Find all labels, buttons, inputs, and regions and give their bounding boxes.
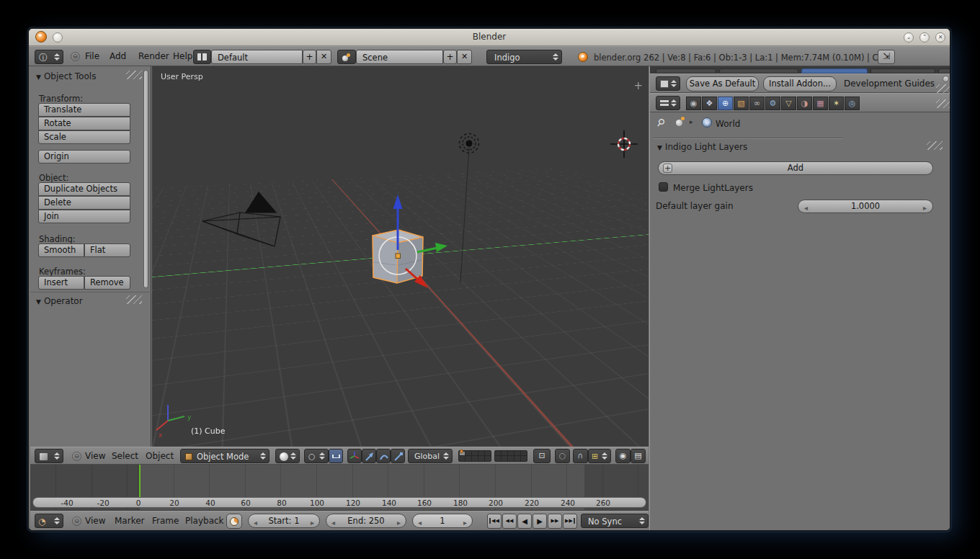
translate-button[interactable]: Translate	[38, 103, 130, 117]
menu-marker[interactable]: Marker	[115, 516, 144, 526]
close-button[interactable]: ✕	[935, 32, 945, 43]
corner-grip[interactable]	[936, 84, 951, 93]
snap-toggle-button[interactable]: ∩	[573, 449, 588, 463]
render-opengl-button[interactable]: ◉	[615, 449, 631, 463]
lamp-object[interactable]	[460, 134, 479, 283]
editor-type-selector[interactable]: ◔	[35, 514, 63, 528]
add-scene-button[interactable]: +	[443, 50, 457, 64]
panel-drag-grip[interactable]	[927, 141, 943, 150]
tab-render[interactable]: ◉	[686, 97, 701, 110]
tab-particles[interactable]: ✶	[829, 97, 844, 110]
rotate-button[interactable]: Rotate	[38, 117, 130, 130]
maximize-editor-button[interactable]: ⇲	[878, 50, 895, 64]
tab-physics[interactable]: ◎	[845, 97, 860, 110]
delete-scene-button[interactable]: ✕	[457, 50, 472, 64]
menu-frame[interactable]: Frame	[152, 516, 179, 526]
current-frame-indicator[interactable]	[139, 465, 141, 498]
add-light-layer-button[interactable]: + Add	[658, 161, 933, 175]
preferences-tab-strip[interactable]	[650, 66, 951, 73]
shade-smooth-button[interactable]: Smooth	[38, 243, 84, 257]
duplicate-objects-button[interactable]: Duplicate Objects	[38, 182, 130, 196]
tool-shelf-scrollbar[interactable]	[143, 70, 148, 288]
panel-drag-grip[interactable]	[126, 295, 142, 304]
open-properties-region-button[interactable]: +	[633, 79, 643, 92]
join-button[interactable]: Join	[38, 210, 130, 223]
tab-object-data[interactable]: ▽	[781, 97, 796, 110]
increment-icon[interactable]: ▸	[311, 516, 314, 529]
collapse-menus-icon[interactable]: ⊖	[72, 452, 81, 461]
rotate-manipulator-button[interactable]	[376, 449, 391, 463]
menu-playback[interactable]: Playback	[185, 516, 224, 526]
jump-to-end-button[interactable]: ▶▶	[563, 514, 577, 529]
menu-add[interactable]: Add	[110, 51, 126, 61]
pivot-dropdown[interactable]: ○	[304, 449, 329, 463]
corner-grip[interactable]	[936, 99, 951, 108]
merge-lightlayers-checkbox[interactable]	[659, 182, 668, 192]
increment-icon[interactable]: ▸	[397, 516, 401, 529]
collapse-menus-icon[interactable]: ⊖	[71, 52, 80, 61]
render-engine-dropdown[interactable]: Indigo	[486, 50, 562, 64]
screen-name-field[interactable]: Default	[211, 50, 303, 64]
current-frame-field[interactable]: ◂ 1 ▸	[412, 514, 473, 528]
frame-end-field[interactable]: ◂ End: 250 ▸	[326, 514, 406, 528]
scene-icon-button[interactable]	[337, 50, 356, 64]
menu-view[interactable]: View	[85, 451, 105, 461]
axis-manipulator-button[interactable]	[347, 449, 362, 463]
shade-flat-button[interactable]: Flat	[84, 243, 130, 257]
next-keyframe-button[interactable]: ▶▶	[548, 514, 562, 529]
tab-world[interactable]: ⊕	[718, 97, 733, 110]
default-layer-gain-field[interactable]: ◂ 1.0000 ▸	[798, 200, 933, 213]
menu-file[interactable]: File	[85, 51, 99, 61]
play-button[interactable]: ▶	[533, 514, 547, 529]
collapse-menus-icon[interactable]: ⊖	[72, 516, 81, 526]
tab-constraints[interactable]: ∞	[749, 97, 765, 110]
prev-keyframe-button[interactable]: ◀◀	[502, 514, 517, 529]
sync-dropdown[interactable]: No Sync	[581, 514, 649, 528]
jump-to-start-button[interactable]: ◀◀	[487, 514, 502, 529]
editor-type-selector[interactable]: ⓘ	[35, 50, 63, 64]
manipulator-toggle[interactable]	[329, 449, 343, 463]
render-opengl-anim-button[interactable]: ▤	[631, 449, 646, 463]
install-addon-button[interactable]: Install Addon...	[763, 76, 837, 91]
decrement-icon[interactable]: ◂	[254, 516, 257, 529]
object-tools-panel-header[interactable]: ▼Object Tools	[36, 71, 96, 81]
indigo-light-layers-header[interactable]: ▼Indigo Light Layers	[657, 142, 747, 152]
tab-texture[interactable]: ▦	[813, 97, 828, 110]
snap-element-dropdown[interactable]: ⊞	[588, 449, 611, 463]
frame-start-field[interactable]: ◂ Start: 1 ▸	[248, 514, 320, 528]
scene-balls-icon[interactable]	[676, 120, 682, 126]
timeline-scrollbar[interactable]: -40 -20 0 20 40 60 80 100 120 140 160 18…	[32, 497, 646, 508]
play-reverse-button[interactable]: ◀	[517, 514, 532, 529]
translate-manipulator-button[interactable]	[362, 449, 376, 463]
increment-icon[interactable]: ▸	[463, 516, 467, 529]
maximize-button[interactable]: ⌃	[919, 32, 930, 43]
panel-drag-grip[interactable]	[126, 71, 142, 79]
menu-select[interactable]: Select	[112, 451, 138, 461]
decrement-icon[interactable]: ◂	[804, 202, 808, 214]
editor-type-selector[interactable]	[35, 449, 63, 463]
save-as-default-button[interactable]: Save As Default	[686, 76, 759, 91]
lock-to-scene-button[interactable]: ⊡	[533, 449, 551, 463]
editor-type-selector[interactable]	[656, 96, 680, 110]
tab-object[interactable]: ▧	[734, 97, 749, 110]
pin-icon[interactable]: ⚲	[654, 116, 667, 130]
shading-dropdown[interactable]	[275, 449, 300, 463]
add-screen-button[interactable]: +	[303, 50, 316, 64]
camera-object[interactable]	[202, 192, 280, 246]
viewport-3d[interactable]: y x User Persp (1) Cube +	[152, 66, 649, 447]
scene-name-field[interactable]: Scene	[356, 50, 443, 64]
origin-button[interactable]: Origin	[38, 150, 130, 164]
editor-type-selector[interactable]	[656, 76, 680, 91]
menu-render[interactable]: Render	[138, 51, 169, 61]
menu-object[interactable]: Object	[146, 451, 174, 461]
active-preferences-tab[interactable]	[801, 68, 868, 73]
scale-button[interactable]: Scale	[38, 130, 130, 144]
minimize-button[interactable]: ⌄	[904, 32, 914, 43]
screen-layout-icon-button[interactable]	[193, 50, 211, 64]
menu-help[interactable]: Help	[173, 51, 192, 61]
scale-manipulator-button[interactable]	[391, 449, 405, 463]
timeline-editor[interactable]: -40 -20 0 20 40 60 80 100 120 140 160 18…	[30, 465, 649, 511]
operator-panel-header[interactable]: ▼Operator	[36, 296, 83, 306]
menu-view[interactable]: View	[85, 516, 105, 526]
insert-keyframe-button[interactable]: Insert	[38, 276, 84, 290]
